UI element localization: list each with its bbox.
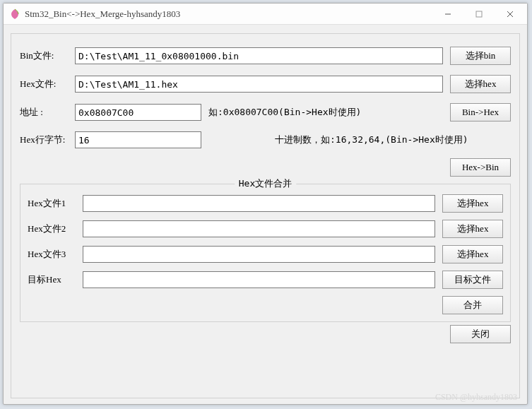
address-input[interactable] xyxy=(75,104,201,121)
hex-file3-label: Hex文件3 xyxy=(28,248,83,261)
hex-file2-input[interactable] xyxy=(83,220,435,237)
row-bytes-hint: 十进制数，如:16,32,64,(Bin->Hex时使用) xyxy=(275,134,468,146)
bin-file-label: Bin文件: xyxy=(20,49,75,62)
hex-file2-label: Hex文件2 xyxy=(28,223,83,235)
close-app-button[interactable]: 关闭 xyxy=(450,325,511,343)
group-title: Hex文件合并 xyxy=(235,177,296,190)
select-hex-button[interactable]: 选择hex xyxy=(450,75,511,93)
bin-file-input[interactable] xyxy=(75,47,443,64)
hex-file-label: Hex文件: xyxy=(20,78,75,90)
hex-file3-input[interactable] xyxy=(83,246,435,263)
hex-file-input[interactable] xyxy=(75,76,443,93)
address-label: 地址 : xyxy=(20,106,75,119)
select-hex1-button[interactable]: 选择hex xyxy=(442,194,503,213)
close-button[interactable] xyxy=(495,4,526,24)
hex-to-bin-button[interactable]: Hex->Bin xyxy=(450,158,511,177)
target-hex-label: 目标Hex xyxy=(28,273,83,286)
maximize-button[interactable] xyxy=(463,4,495,24)
hex-file1-label: Hex文件1 xyxy=(28,197,83,210)
window-title: Stm32_Bin<->Hex_Merge-hyhsandy1803 xyxy=(25,8,432,20)
select-hex3-button[interactable]: 选择hex xyxy=(442,245,503,263)
window-controls xyxy=(432,4,526,24)
app-icon xyxy=(9,8,20,20)
select-hex2-button[interactable]: 选择hex xyxy=(442,220,503,238)
svg-rect-1 xyxy=(476,11,482,17)
row-bytes-label: Hex行字节: xyxy=(20,134,75,146)
merge-button[interactable]: 合并 xyxy=(442,296,503,314)
titlebar: Stm32_Bin<->Hex_Merge-hyhsandy1803 xyxy=(4,4,527,25)
target-hex-input[interactable] xyxy=(83,271,435,288)
select-bin-button[interactable]: 选择bin xyxy=(450,47,511,65)
app-window: Stm32_Bin<->Hex_Merge-hyhsandy1803 Bin文件… xyxy=(3,3,528,405)
bin-to-hex-button[interactable]: Bin->Hex xyxy=(450,103,511,121)
hex-file1-input[interactable] xyxy=(83,195,435,212)
hex-merge-group: Hex文件合并 Hex文件1 选择hex Hex文件2 选择hex Hex文件3… xyxy=(20,184,511,322)
content-panel: Bin文件: 选择bin Hex文件: 选择hex 地址 : 如:0x08007… xyxy=(11,33,520,398)
row-bytes-input[interactable] xyxy=(75,131,201,148)
minimize-button[interactable] xyxy=(432,4,463,24)
address-hint: 如:0x08007C00(Bin->Hex时使用) xyxy=(208,106,361,119)
target-file-button[interactable]: 目标文件 xyxy=(442,271,503,289)
